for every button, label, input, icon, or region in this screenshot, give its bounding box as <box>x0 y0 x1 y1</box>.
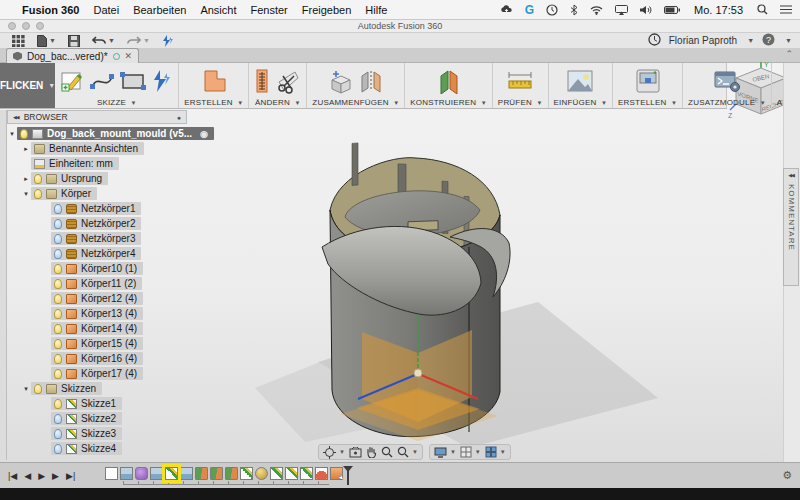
group-label-erstellen[interactable]: ERSTELLEN ▼ <box>184 98 243 107</box>
tree-item-root[interactable]: ▾Dog_back_mount_mould (v5...◉ <box>7 126 217 141</box>
menu-bar-clock[interactable]: Mo. 17:53 <box>694 4 743 16</box>
new-component-icon[interactable] <box>328 68 354 94</box>
create-sketch-icon[interactable] <box>60 69 84 93</box>
group-label-konstruieren[interactable]: KONSTRUIEREN ▼ <box>410 98 487 107</box>
look-at-icon[interactable] <box>349 447 362 458</box>
browser-options-icon[interactable]: ● <box>177 114 181 121</box>
menu-hilfe[interactable]: Hilfe <box>365 4 387 16</box>
viewports-icon[interactable]: ▼ <box>485 446 506 458</box>
tab-close-icon[interactable]: ✕ <box>125 51 133 61</box>
feature-sphere-icon[interactable] <box>255 467 268 480</box>
backup-cloud-icon[interactable] <box>500 4 513 15</box>
job-status-icon[interactable] <box>162 35 174 47</box>
play-button[interactable]: ▶ <box>38 471 45 481</box>
visibility-bulb-icon[interactable] <box>54 399 62 409</box>
undo-icon[interactable]: ▼ <box>92 36 115 46</box>
tree-item-body[interactable]: Körper12 (4) <box>7 291 217 306</box>
feature-sketch-icon[interactable] <box>240 467 253 480</box>
data-panel-grid-icon[interactable] <box>12 35 25 47</box>
feature-sketch-icon[interactable] <box>285 467 298 480</box>
save-icon[interactable] <box>68 35 80 47</box>
tree-item-body[interactable]: Körper15 (4) <box>7 336 217 351</box>
feature-sketch-icon[interactable] <box>300 467 313 480</box>
stitch-icon[interactable] <box>254 68 270 94</box>
go-to-end-button[interactable]: ▶| <box>66 471 75 481</box>
group-label-einfuegen[interactable]: EINFÜGEN ▼ <box>554 98 608 107</box>
feature-plane-icon[interactable] <box>195 467 208 480</box>
visibility-bulb-icon[interactable] <box>34 384 42 394</box>
browser-header[interactable]: ◀◀ BROWSER ● <box>7 110 187 124</box>
step-back-button[interactable]: ◀ <box>24 471 31 481</box>
clock-icon[interactable] <box>546 4 558 16</box>
feature-canvas-icon[interactable] <box>180 467 193 480</box>
help-icon[interactable]: ? <box>762 33 775 48</box>
battery-icon[interactable] <box>664 6 680 14</box>
wifi-icon[interactable] <box>590 5 603 15</box>
tree-item-meshbody[interactable]: Netzkörper3 <box>7 231 217 246</box>
visibility-bulb-icon[interactable] <box>54 414 62 424</box>
tree-item-sketches-folder[interactable]: ▾Skizzen <box>7 381 217 396</box>
visibility-bulb-icon[interactable] <box>34 174 42 184</box>
visibility-bulb-icon[interactable] <box>54 249 62 259</box>
fit-zoom-icon[interactable]: ▼ <box>397 446 418 458</box>
feature-extrude-icon[interactable] <box>330 467 343 480</box>
step-forward-button[interactable]: ▶ <box>52 471 59 481</box>
tree-item-body[interactable]: Körper16 (4) <box>7 351 217 366</box>
tree-item-body[interactable]: Körper14 (4) <box>7 321 217 336</box>
tree-item-bodies-folder[interactable]: ▾Körper <box>7 186 217 201</box>
grid-settings-icon[interactable]: ▼ <box>460 446 481 458</box>
tree-item-body[interactable]: Körper11 (2) <box>7 276 217 291</box>
tree-item-body[interactable]: Körper17 (4) <box>7 366 217 381</box>
orbit-icon[interactable]: ▼ <box>323 446 345 459</box>
visibility-bulb-icon[interactable] <box>54 429 62 439</box>
display-settings-icon[interactable]: ▼ <box>434 447 456 458</box>
visibility-bulb-icon[interactable] <box>54 354 62 364</box>
3d-print-icon[interactable] <box>635 68 661 94</box>
tree-item-units[interactable]: Einheiten: mm <box>7 156 217 171</box>
measure-icon[interactable] <box>506 69 534 93</box>
tree-item-sketch[interactable]: Skizze3 <box>7 426 217 441</box>
logitech-g-icon[interactable]: G <box>525 3 534 17</box>
file-menu-icon[interactable]: ▼ <box>37 35 56 47</box>
tree-item-body[interactable]: Körper10 (1) <box>7 261 217 276</box>
redo-icon[interactable]: ▼ <box>127 36 150 46</box>
group-label-erstellen-make[interactable]: ERSTELLEN ▼ <box>618 98 677 107</box>
tree-item-meshbody[interactable]: Netzkörper4 <box>7 246 217 261</box>
document-tab[interactable]: Dog_bac...vered)* ✕ <box>6 48 139 63</box>
visibility-bulb-icon[interactable] <box>54 339 62 349</box>
spline-icon[interactable] <box>89 70 115 92</box>
menu-fenster[interactable]: Fenster <box>250 4 287 16</box>
airplay-icon[interactable] <box>615 5 628 15</box>
tree-item-sketch[interactable]: Skizze1 <box>7 396 217 411</box>
visibility-bulb-icon[interactable] <box>54 264 62 274</box>
visibility-bulb-icon[interactable] <box>54 369 62 379</box>
tree-item-origin[interactable]: ▸Ursprung <box>7 171 217 186</box>
visibility-bulb-icon[interactable] <box>54 204 62 214</box>
comments-panel-tab[interactable]: ◀◀ KOMMENTARE <box>783 168 799 286</box>
visibility-bulb-icon[interactable] <box>54 294 62 304</box>
timeline-scrubber[interactable] <box>347 467 349 485</box>
app-menu[interactable]: Fusion 360 <box>22 4 79 16</box>
scripts-addins-icon[interactable] <box>713 69 741 93</box>
visibility-bulb-icon[interactable] <box>54 279 62 289</box>
construction-plane-icon[interactable] <box>437 68 461 94</box>
tree-item-meshbody[interactable]: Netzkörper1 <box>7 201 217 216</box>
group-label-skizze[interactable]: SKIZZE ▼ <box>97 98 137 107</box>
spotlight-icon[interactable] <box>757 4 768 15</box>
group-label-zusammenfuegen[interactable]: ZUSAMMENFÜGEN ▼ <box>312 98 399 107</box>
volume-icon[interactable] <box>640 5 652 15</box>
user-account-menu[interactable]: Florian Paproth <box>669 35 737 46</box>
tree-item-sketch[interactable]: Skizze4 <box>7 441 217 456</box>
go-to-start-button[interactable]: |◀ <box>8 471 17 481</box>
zoom-icon[interactable] <box>381 446 393 458</box>
visibility-bulb-icon[interactable] <box>34 189 42 199</box>
tree-item-body[interactable]: Körper13 (4) <box>7 306 217 321</box>
ground-view-icon[interactable]: ◉ <box>200 129 208 139</box>
tree-item-meshbody[interactable]: Netzkörper2 <box>7 216 217 231</box>
tree-item-named-views[interactable]: ▸Benannte Ansichten <box>7 141 217 156</box>
collapse-browser-icon[interactable]: ◀◀ <box>13 114 19 120</box>
visibility-bulb-icon[interactable] <box>20 129 28 139</box>
feature-canvas-icon[interactable] <box>150 467 163 480</box>
visibility-bulb-icon[interactable] <box>54 324 62 334</box>
patch-surface-icon[interactable] <box>201 68 227 94</box>
